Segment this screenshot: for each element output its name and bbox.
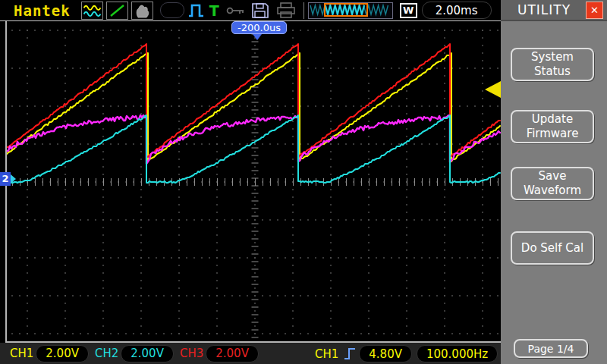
save-floppy-icon[interactable] — [251, 2, 269, 19]
top-toolbar: Hantek T — [0, 0, 501, 21]
status-bar: CH1 2.00V CH2 2.00V CH3 2.00V CH1 4.80V … — [0, 343, 501, 364]
ch1-readout[interactable]: CH1 2.00V — [8, 345, 89, 362]
timebase-readout[interactable]: 2.00ms — [422, 2, 492, 19]
waveform-preview[interactable] — [308, 2, 393, 19]
ch2-marker-arrow-icon — [11, 174, 16, 184]
oscilloscope-screen: Hantek T — [0, 0, 607, 364]
trigger-level-value: 4.80V — [359, 345, 412, 362]
ch3-readout[interactable]: CH3 2.00V — [178, 345, 259, 362]
cursor-line-icon[interactable] — [106, 2, 128, 20]
preview-wave-glyph — [309, 3, 391, 17]
window-w-icon[interactable]: W — [400, 3, 417, 18]
toolbar-separator — [304, 2, 304, 19]
print-icon[interactable] — [276, 2, 296, 18]
menu-title: UTILITY — [517, 2, 571, 17]
trigger-readout[interactable]: CH1 4.80V 100.000Hz — [313, 345, 498, 362]
channel-waves-icon[interactable] — [81, 2, 103, 20]
waveform-display: -200.0us — [5, 21, 501, 343]
trigger-position-pointer — [253, 34, 262, 40]
system-status-button[interactable]: System Status — [511, 48, 594, 81]
channel-waves-glyph — [83, 3, 102, 18]
waveform-canvas — [7, 21, 501, 340]
trigger-position-label[interactable]: -200.0us — [231, 21, 287, 34]
do-self-cal-button[interactable]: Do Self Cal — [511, 231, 594, 265]
close-icon[interactable]: ✕ — [586, 2, 603, 19]
menu-header: UTILITY ✕ — [501, 0, 607, 21]
trigger-source-label: CH1 — [315, 347, 338, 361]
ch2-ground-marker[interactable]: 2 — [0, 172, 16, 186]
pulse-trigger-icon[interactable] — [188, 3, 205, 18]
hand-icon[interactable] — [131, 2, 153, 20]
ch2-marker-number: 2 — [0, 172, 11, 186]
rising-edge-icon — [344, 347, 356, 361]
hantek-logo: Hantek — [14, 2, 71, 19]
utility-menu: UTILITY ✕ System Status Update Firmware … — [501, 0, 607, 364]
update-firmware-button[interactable]: Update Firmware — [511, 110, 594, 143]
page-indicator-button[interactable]: Page 1/4 — [514, 339, 588, 358]
ch1-label: CH1 — [10, 347, 33, 360]
trigger-level-arrow[interactable] — [485, 81, 501, 98]
key-icon[interactable] — [226, 5, 246, 17]
save-waveform-button[interactable]: Save Waveform — [511, 167, 594, 200]
trigger-t-icon[interactable]: T — [209, 2, 219, 19]
ch1-scale-value: 2.00V — [36, 345, 89, 362]
empty-slot — [160, 2, 184, 18]
ch3-label: CH3 — [180, 347, 203, 360]
trigger-frequency-value: 100.000Hz — [417, 345, 498, 362]
ch3-scale-value: 2.00V — [206, 345, 259, 362]
ch2-readout[interactable]: CH2 2.00V — [93, 345, 174, 362]
ch2-scale-value: 2.00V — [121, 345, 174, 362]
hand-glyph — [134, 3, 150, 18]
ch2-label: CH2 — [95, 347, 118, 360]
cursor-line-glyph — [108, 3, 127, 18]
